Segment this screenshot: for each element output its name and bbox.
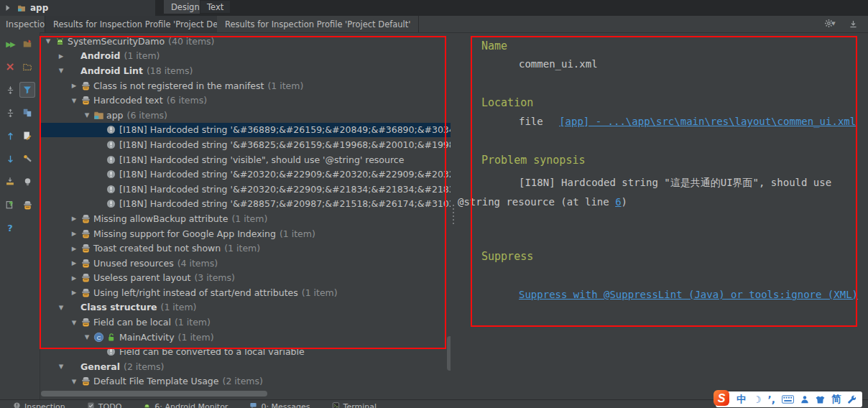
tree-item[interactable]: ▶Class is not registered in the manifest… [40,78,451,93]
help-icon[interactable]: ? [2,220,18,236]
preview-icon[interactable] [19,174,35,190]
tree-item[interactable]: [I18N] Hardcoded string '&#36889;&#26159… [40,123,451,138]
hide-toolwindow-icon[interactable] [846,17,859,30]
collapse-arrow-icon[interactable]: ▼ [55,67,68,74]
skin-icon[interactable] [816,396,825,404]
module-folder-icon [93,110,106,121]
chinese-mode-icon[interactable]: 中 [737,393,747,406]
tree-item[interactable]: ▶Unused resources(4 items) [40,256,451,271]
expand-arrow-icon[interactable]: ▶ [68,230,80,237]
inspection-results-tab-2[interactable]: Results for Inspection Profile 'Project … [217,16,419,32]
rerun-inspection-icon[interactable]: ▶▶ [2,36,18,52]
close-icon[interactable]: × [2,59,18,75]
sogou-logo-icon[interactable]: S [713,389,730,407]
expand-arrow-icon[interactable]: ▶ [68,82,80,89]
problem-file-name: commen_ui.xml [519,58,598,70]
tree-item[interactable]: [I18N] Hardcoded string '&#28857;&#20987… [40,197,451,212]
suppress-link[interactable]: Suppress with @SuppressLint (Java) or to… [519,289,858,300]
next-problem-icon[interactable] [2,151,18,167]
line-number-link[interactable]: 6 [615,196,621,208]
tree-item[interactable]: [I18N] Hardcoded string '&#20320;&#22909… [40,182,451,197]
tree-item[interactable]: ▶Toast created but not shown(1 item) [40,241,451,256]
collapse-all-icon[interactable] [2,105,18,121]
expand-arrow-icon[interactable]: ▶ [68,245,80,252]
expand-all-icon[interactable] [2,82,18,98]
tree-item[interactable]: ▼Hardcoded text(6 items) [40,93,451,108]
tree-item[interactable]: ▶Android(1 item) [40,49,451,64]
tree-item[interactable]: Field can be converted to a local variab… [40,344,451,359]
expand-arrow-icon[interactable]: ▶ [68,259,80,266]
collapse-arrow-icon[interactable]: ▼ [80,111,93,119]
halfwidth-moon-icon[interactable]: ☽ [753,394,762,405]
toolwindow-tab-6-android-monitor[interactable]: 6: Android Monitor [143,400,228,408]
tree-item[interactable]: ▼CMainActivity(1 item) [40,330,451,345]
export-icon[interactable] [2,174,18,190]
file-location-link[interactable]: [app] - ...\app\src\main\res\layout\comm… [559,116,856,127]
collapse-arrow-icon[interactable]: ▼ [42,37,55,45]
expand-arrow-icon[interactable]: ▶ [55,52,68,60]
toolwindow-tab-0-messages[interactable]: 0: Messages [249,400,310,408]
autoscroll-to-source-icon[interactable] [19,105,35,121]
filter-icon[interactable] [19,82,35,98]
toolwindow-tab-inspection[interactable]: Inspection [13,400,65,408]
tree-item[interactable]: ▼app(6 items) [40,108,451,123]
tree-item[interactable]: ▶Missing allowBackup attribute(1 item) [40,211,451,226]
tree-item-label: Toast created but not shown [93,243,221,254]
soft-keyboard-icon[interactable] [782,395,794,404]
tree-item-label: Field can be local [93,317,171,328]
simplified-chinese-icon[interactable]: 简 [831,393,841,406]
collapse-arrow-icon[interactable]: ▼ [68,97,80,104]
tree-item-count: (1 item) [231,213,267,224]
tree-item[interactable]: ▶Missing support for Google App Indexing… [40,226,451,241]
synopsis-section-header: Problem synopsis [481,154,586,167]
tree-item-label: SystemSecurityDamo [68,36,165,47]
quick-fix-settings-icon[interactable] [19,151,35,167]
tree-item-label: [I18N] Hardcoded string '&#20320;&#22909… [119,184,451,195]
tree-item-label: [I18N] Hardcoded string '&#36889;&#26159… [119,124,451,135]
account-icon[interactable] [800,395,809,404]
previous-problem-icon[interactable] [2,128,18,144]
edit-settings-icon[interactable] [19,128,35,144]
toolwindow-tab-todo[interactable]: TODO [87,400,122,408]
group-by-severity-icon[interactable] [19,36,35,52]
expand-arrow-icon[interactable]: ▶ [68,274,80,282]
android-tab-icon [143,402,151,408]
tree-item[interactable]: [I18N] Hardcoded string '&#20320;&#22909… [40,167,451,182]
collapse-arrow-icon[interactable]: ▼ [80,333,93,340]
expand-arrow-icon[interactable]: ▶ [68,215,80,222]
chevron-right-icon[interactable] [4,4,13,12]
settings-wrench-icon[interactable] [847,395,856,404]
panel-splitter[interactable] [451,32,456,399]
tree-item[interactable]: ▼Android Lint(18 items) [40,63,451,78]
tree-item[interactable]: ▼General(2 items) [40,359,451,374]
toolwindow-tab-terminal[interactable]: Terminal [332,400,377,408]
tree-item-count: (1 item) [175,317,211,328]
collapse-arrow-icon[interactable]: ▼ [68,378,80,385]
tree-item[interactable]: [I18N] Hardcoded string '&#36825;&#26159… [40,137,451,152]
tree-item-label: [I18N] Hardcoded string 'visible", shoul… [119,154,404,165]
tree-item[interactable]: ▼SystemSecurityDamo(40 items) [40,34,451,49]
tree-item-label: Hardcoded text [93,95,163,106]
editor-tab-strip: app Design Text [0,0,868,17]
tree-item[interactable]: [I18N] Hardcoded string 'visible", shoul… [40,152,451,167]
tree-item[interactable]: ▼Class structure(1 item) [40,300,451,315]
tree-item[interactable]: ▶Useless parent layout(3 items) [40,271,451,286]
tab-text[interactable]: Text [200,0,231,14]
tree-item-count: (6 items) [167,95,207,106]
collapse-arrow-icon[interactable]: ▼ [68,319,80,326]
apply-fix-icon[interactable] [2,197,18,213]
tree-item[interactable]: ▶Using left/right instead of start/end a… [40,285,451,300]
tree-item[interactable]: ▼Field can be local(1 item) [40,315,451,330]
inspector-icon[interactable] [19,197,35,213]
tree-item-count: (2 items) [124,361,164,372]
collapse-arrow-icon[interactable]: ▼ [55,304,68,311]
location-kind-label: file [519,116,543,127]
gear-icon[interactable]: ▼ [823,17,836,30]
collapse-arrow-icon[interactable]: ▼ [55,363,68,370]
punctuation-icon[interactable]: ’, [768,394,775,405]
group-by-directory-icon[interactable] [19,59,35,75]
expand-arrow-icon[interactable]: ▶ [68,289,80,296]
horizontal-scrollbar[interactable] [41,391,267,397]
tree-item[interactable]: ▼Default File Template Usage(2 items) [40,374,451,389]
editor-tab-app[interactable]: app [0,0,155,16]
